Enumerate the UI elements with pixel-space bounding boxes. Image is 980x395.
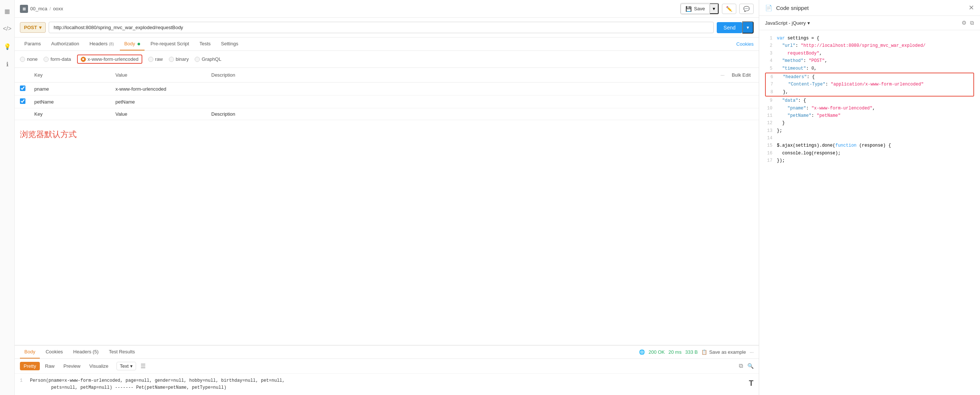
sidebar-icon-grid[interactable]: ▦ — [2, 6, 13, 16]
code-copy-button[interactable]: ⧉ — [970, 19, 974, 26]
save-example-button[interactable]: 📋 Save as example — [701, 349, 746, 355]
bottom-tab-headers[interactable]: Headers (5) — [69, 346, 103, 359]
method-selector[interactable]: POST ▾ — [20, 22, 46, 33]
body-type-raw[interactable]: raw — [148, 56, 163, 62]
tab-settings[interactable]: Settings — [216, 38, 243, 51]
comment-icon-button[interactable]: 💬 — [739, 4, 754, 14]
radio-urlencoded — [81, 57, 86, 62]
status-size: 333 B — [685, 349, 698, 355]
save-button[interactable]: 💾 Save — [681, 4, 710, 14]
breadcrumb: ▦ 00_mca / ooxx — [20, 5, 63, 13]
code-settings-button[interactable]: ⚙ — [962, 19, 966, 26]
line-number: 1 — [20, 377, 22, 384]
col-description: Description — [207, 68, 447, 82]
table-row: pname x-www-form-urlencoded — [15, 82, 759, 95]
format-dropdown-icon: ▾ — [130, 363, 133, 369]
radio-none — [20, 57, 25, 62]
table-row-placeholder: Key Value Description — [15, 108, 759, 120]
body-type-graphql[interactable]: GraphQL — [195, 56, 221, 62]
tab-body[interactable]: Body — [120, 38, 145, 51]
key-placeholder[interactable]: Key — [30, 108, 111, 120]
copy-button[interactable]: ⧉ — [739, 363, 743, 369]
radio-binary — [169, 57, 174, 62]
bottom-tab-cookies[interactable]: Cookies — [41, 346, 67, 359]
tab-tests[interactable]: Tests — [195, 38, 215, 51]
body-type-form-data[interactable]: form-data — [43, 56, 71, 62]
bulk-edit-button[interactable]: Bulk Edit — [729, 71, 754, 79]
tab-authorization[interactable]: Authorization — [47, 38, 84, 51]
body-type-urlencoded[interactable]: x-www-form-urlencoded — [77, 54, 142, 64]
value-cell-1: petName — [111, 95, 207, 108]
key-cell-1: petName — [30, 95, 111, 108]
view-tab-raw[interactable]: Raw — [41, 362, 58, 370]
chinese-annotation: 浏览器默认方式 — [15, 120, 759, 149]
sidebar-icon-info[interactable]: ℹ — [2, 59, 13, 69]
desc-placeholder: Description — [207, 108, 447, 120]
collection-name: ooxx — [53, 6, 63, 11]
send-button[interactable]: Send — [717, 22, 742, 33]
status-code: 200 OK — [649, 349, 665, 355]
bottom-tab-body[interactable]: Body — [20, 346, 40, 359]
send-dropdown-button[interactable]: ▾ — [742, 21, 754, 33]
workspace-icon: ▦ — [20, 5, 28, 13]
more-options-button[interactable]: ··· — [749, 349, 754, 355]
code-snippet-title: Code snippet — [776, 5, 808, 11]
language-value: JavaScript - jQuery — [765, 20, 806, 26]
table-row: petName petName — [15, 95, 759, 108]
response-content: Person(pname=x-www-form-urlencoded, page… — [30, 377, 745, 391]
workspace-name: 00_mca — [30, 6, 47, 11]
status-time: 20 ms — [668, 349, 681, 355]
tab-params[interactable]: Params — [20, 38, 45, 51]
body-type-none[interactable]: none — [20, 56, 38, 62]
language-dropdown-icon: ▾ — [807, 20, 810, 26]
desc-cell-1 — [207, 95, 447, 108]
code-snippet-doc-icon: 📄 — [765, 5, 772, 11]
format-selector[interactable]: Text ▾ — [116, 362, 136, 370]
key-cell-0: pname — [30, 82, 111, 95]
sidebar-icon-code[interactable]: </> — [2, 24, 13, 34]
method-dropdown-icon: ▾ — [39, 25, 42, 30]
tab-headers[interactable]: Headers (8) — [85, 38, 118, 51]
value-cell-0: x-www-form-urlencoded — [111, 82, 207, 95]
view-tab-pretty[interactable]: Pretty — [20, 362, 40, 370]
tab-pre-request[interactable]: Pre-request Script — [146, 38, 194, 51]
radio-graphql — [195, 57, 200, 62]
bottom-tab-test-results[interactable]: Test Results — [104, 346, 139, 359]
col-value: Value — [111, 68, 207, 82]
body-type-binary[interactable]: binary — [169, 56, 189, 62]
row-checkbox-0[interactable] — [20, 86, 25, 91]
text-size-icon: T — [749, 377, 754, 390]
method-value: POST — [24, 25, 37, 30]
view-tab-visualize[interactable]: Visualize — [86, 362, 112, 370]
radio-form-data — [43, 57, 49, 62]
language-selector[interactable]: JavaScript - jQuery ▾ — [765, 20, 810, 26]
desc-cell-0 — [207, 82, 447, 95]
radio-raw — [148, 57, 153, 62]
close-panel-button[interactable]: ✕ — [969, 4, 974, 12]
code-block: 1var settings = { 2 "url": "http://local… — [759, 30, 980, 395]
cookies-link[interactable]: Cookies — [736, 41, 754, 47]
col-key: Key — [30, 68, 111, 82]
filter-icon[interactable]: ☰ — [140, 363, 146, 370]
row-checkbox-1[interactable] — [20, 98, 25, 104]
view-tab-preview[interactable]: Preview — [60, 362, 84, 370]
save-dropdown-button[interactable]: ▾ — [710, 3, 719, 14]
globe-icon: 🌐 — [639, 349, 645, 355]
url-input[interactable] — [49, 22, 714, 33]
edit-icon-button[interactable]: ✏️ — [722, 4, 736, 14]
search-button[interactable]: 🔍 — [747, 363, 754, 369]
sidebar-icon-bulb[interactable]: 💡 — [2, 41, 13, 52]
value-placeholder[interactable]: Value — [111, 108, 207, 120]
